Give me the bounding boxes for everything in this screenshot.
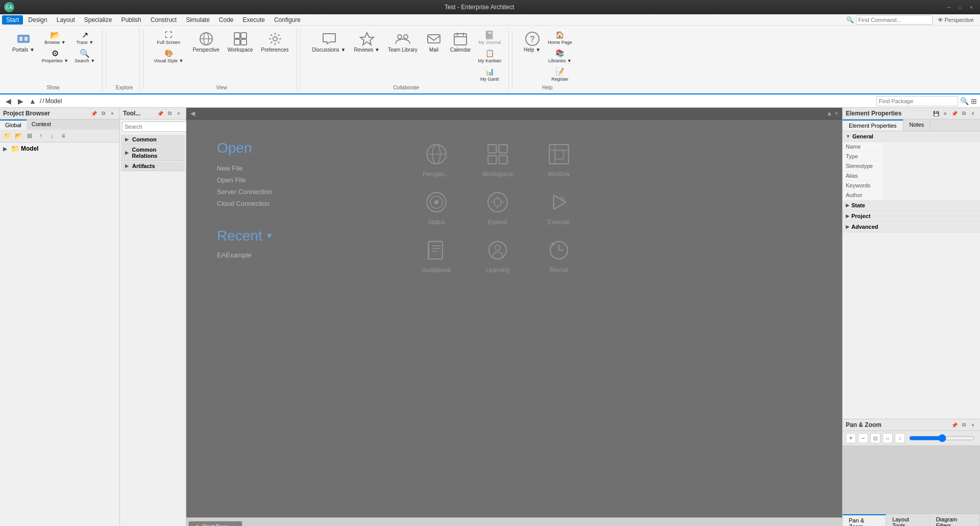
tab-scroll-left[interactable]: ◀ (823, 523, 831, 526)
open-file-link[interactable]: Open File (217, 176, 360, 184)
fullscreen-button[interactable]: ⛶ Full Screen (152, 29, 185, 46)
tab-global[interactable]: Global (0, 119, 27, 130)
preferences-button[interactable]: Preferences (258, 29, 292, 55)
menu-publish[interactable]: Publish (117, 15, 145, 25)
tb-pin-button[interactable]: 📌 (156, 109, 164, 117)
perspective-ribbon-button[interactable]: Perspective (189, 29, 222, 55)
ep-close-button[interactable]: × (969, 109, 977, 117)
start-icon-extend[interactable]: Extend (472, 188, 523, 226)
project-section-header[interactable]: ▶ Project (843, 211, 980, 222)
minimize-button[interactable]: ─ (944, 3, 953, 11)
server-connection-link[interactable]: Server Connection (217, 188, 360, 196)
collapse-button[interactable]: ◀ (190, 110, 195, 117)
menu-design[interactable]: Design (24, 15, 51, 25)
pz-pin-button[interactable]: 📌 (950, 421, 959, 429)
prop-val-name[interactable] (884, 142, 980, 151)
prop-val-keywords[interactable] (884, 181, 980, 190)
menu-code[interactable]: Code (215, 15, 238, 25)
pz-float-button[interactable]: ⧉ (960, 421, 968, 429)
start-icon-guidebook[interactable]: Guidebook (411, 236, 462, 274)
up-button[interactable]: ▲ (28, 96, 38, 106)
recent-item-eaexample[interactable]: EAExample (217, 249, 360, 261)
zoom-fit-button[interactable]: ⊡ (870, 433, 880, 443)
ep-tab-notes[interactable]: Notes (903, 119, 931, 131)
pb-view-btn[interactable]: ⊞ (24, 131, 35, 141)
bottom-tab-layout-tools[interactable]: Layout Tools (886, 514, 930, 526)
ep-float-button[interactable]: ⧉ (960, 109, 968, 117)
reviews-button[interactable]: Reviews ▼ (351, 29, 383, 55)
pb-menu-btn[interactable]: ≡ (58, 131, 68, 141)
toolbox-item-artifacts[interactable]: ▶ Artifacts (121, 161, 185, 171)
libraries-button[interactable]: 📚 Libraries ▼ (546, 47, 574, 64)
start-icon-perspective[interactable]: Perspec... (411, 140, 462, 178)
recent-heading[interactable]: Recent ▼ (217, 228, 360, 244)
advanced-section-header[interactable]: ▶ Advanced (843, 222, 980, 232)
menu-configure[interactable]: Configure (270, 15, 305, 25)
homepage-button[interactable]: 🏠 Home Page (546, 29, 574, 46)
start-icon-status[interactable]: Status (411, 188, 462, 226)
find-package-input[interactable] (876, 96, 958, 106)
pb-float-button[interactable]: ⧉ (99, 109, 107, 117)
ep-menu-icon[interactable]: ≡ (941, 109, 949, 117)
register-button[interactable]: 📝 Register (546, 65, 574, 83)
help-button[interactable]: ? Help ▼ (521, 29, 544, 55)
start-page-tab-close[interactable]: × (231, 523, 237, 526)
pb-open-btn[interactable]: 📂 (13, 131, 23, 141)
zoom-in-button[interactable]: + (846, 433, 856, 443)
cloud-connection-link[interactable]: Cloud Connection (217, 200, 360, 207)
zoom-out-button[interactable]: − (858, 433, 868, 443)
tab-scroll-right[interactable]: ▶ (832, 523, 840, 526)
mykanban-button[interactable]: 📋 My Kanban (476, 47, 503, 64)
prop-val-stereotype[interactable] (884, 161, 980, 171)
header-scroll-up-btn[interactable]: ▲ (826, 110, 832, 117)
find-package-options-icon[interactable]: ⊞ (971, 97, 977, 105)
find-package-search-icon[interactable]: 🔍 (960, 97, 969, 105)
pb-pin-button[interactable]: 📌 (90, 109, 98, 117)
toolbox-item-common-relations[interactable]: ▶ Common Relations (121, 145, 185, 161)
back-button[interactable]: ◀ (3, 96, 13, 106)
new-file-link[interactable]: New File (217, 164, 360, 172)
properties-button[interactable]: ⚙ Properties ▼ (40, 47, 70, 64)
workspace-button[interactable]: Workspace (225, 29, 256, 55)
menu-construct[interactable]: Construct (146, 15, 181, 25)
pb-close-button[interactable]: × (108, 109, 116, 117)
header-close-btn[interactable]: × (835, 110, 838, 117)
pz-close-button[interactable]: × (969, 421, 977, 429)
mygantt-button[interactable]: 📊 My Gantt (476, 65, 503, 83)
zoom-slider[interactable] (909, 434, 975, 442)
tab-context[interactable]: Context (27, 119, 56, 130)
state-section-header[interactable]: ▶ State (843, 200, 980, 211)
close-button[interactable]: × (967, 3, 976, 11)
search-button[interactable]: 🔍 Search ▼ (72, 47, 97, 64)
start-icon-execute[interactable]: Execute (533, 188, 584, 226)
general-section-header[interactable]: ▼ General (843, 131, 980, 142)
browse-button[interactable]: 📂 Browse ▼ (40, 29, 70, 46)
trace-button[interactable]: ↗ Trace ▼ (72, 29, 97, 46)
prop-val-author[interactable] (884, 190, 980, 200)
ep-pin-button[interactable]: 📌 (950, 109, 959, 117)
start-icon-learning[interactable]: Learning (472, 236, 523, 274)
find-command-input[interactable] (856, 15, 933, 25)
forward-button[interactable]: ▶ (15, 96, 26, 106)
menu-simulate[interactable]: Simulate (182, 15, 214, 25)
myjournal-button[interactable]: 📓 My Journal (476, 29, 503, 46)
menu-layout[interactable]: Layout (53, 15, 79, 25)
zoom-fit-width-button[interactable]: ↔ (883, 433, 893, 443)
maximize-button[interactable]: □ (955, 3, 965, 11)
visualstyle-button[interactable]: 🎨 Visual Style ▼ (152, 47, 185, 64)
prop-val-alias[interactable] (884, 171, 980, 180)
pb-down-btn[interactable]: ↓ (47, 131, 57, 141)
ep-tab-element-properties[interactable]: Element Properties (843, 119, 903, 131)
discussions-button[interactable]: Discussions ▼ (309, 29, 349, 55)
menu-start[interactable]: Start (2, 15, 23, 25)
portals-button[interactable]: Portals ▼ (9, 29, 38, 55)
bottom-tab-diagram-filters[interactable]: Diagram Filters (930, 514, 980, 526)
zoom-fit-height-button[interactable]: ↕ (895, 433, 905, 443)
perspective-button[interactable]: 👁 Perspective (934, 16, 978, 24)
mail-button[interactable]: Mail (423, 29, 445, 55)
start-icon-revisit[interactable]: Revisit (533, 236, 584, 274)
prop-val-type[interactable] (884, 152, 980, 161)
start-page-tab[interactable]: 🏠 Start Page × (188, 521, 242, 526)
menu-specialize[interactable]: Specialize (80, 15, 116, 25)
start-icon-workspace[interactable]: Workspace (472, 140, 523, 178)
